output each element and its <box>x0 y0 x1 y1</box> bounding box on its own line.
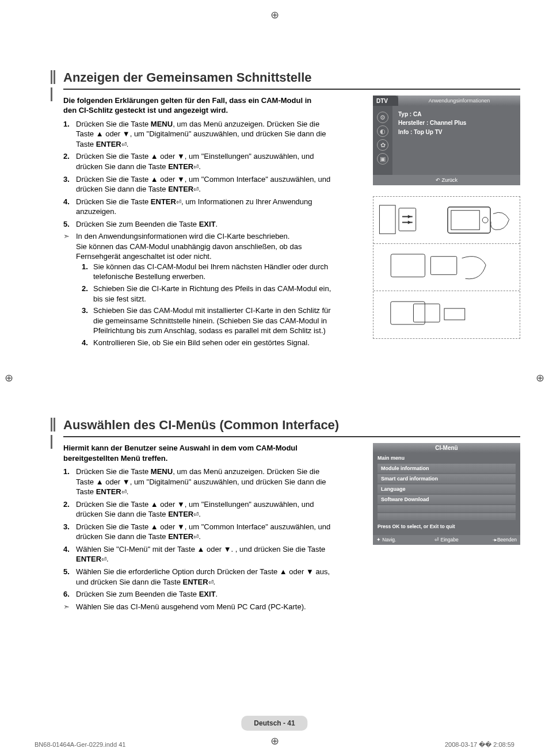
svg-rect-1 <box>399 208 416 231</box>
svg-rect-9 <box>444 308 465 320</box>
osd-app-info: DTV Anwendungsinformationen ⚙ ◐ ✿ ▣ Typ … <box>373 96 520 185</box>
section2-heading: Auswählen des CI-Menüs (Common Interface… <box>63 417 520 437</box>
substep-2: 2.Schieben Sie die CI-Karte in Richtung … <box>82 284 334 304</box>
step-number: 1. <box>63 119 76 150</box>
osd-sidebar-icon: ⚙ <box>377 112 388 123</box>
heading-ornament <box>51 70 59 84</box>
osd-sidebar-icon: ✿ <box>377 139 388 151</box>
step-text: Drücken Sie die Taste ▲ oder ▼, um "Eins… <box>76 151 334 171</box>
svg-rect-8 <box>413 304 440 322</box>
svg-rect-0 <box>379 205 395 234</box>
step-number: 5. <box>63 219 76 230</box>
osd-maker: Hersteller : Channel Plus <box>398 119 514 127</box>
step-text: Wählen Sie "CI-Menü" mit der Taste ▲ ode… <box>76 544 334 564</box>
note-icon: ➣ <box>63 231 76 262</box>
osd-footer: ↶ Zurück <box>373 175 520 185</box>
svg-rect-2 <box>448 207 490 232</box>
section2-body: Hiermit kann der Benutzer seine Auswahl … <box>63 443 520 612</box>
svg-rect-5 <box>391 254 425 277</box>
step-4: 4. Drücken Sie die Taste ENTER⏎, um Info… <box>63 197 334 217</box>
illustration-1 <box>373 197 520 244</box>
section2-note: ➣ Wählen Sie das CI-Menü ausgehend vom M… <box>63 602 506 612</box>
registration-mark-right: ⊕ <box>536 371 544 385</box>
meta-timestamp: 2008-03-17 �� 2:08:59 <box>445 740 514 749</box>
osd-ci-menu: CI-Menü Main menu Module information Sma… <box>373 443 520 545</box>
svg-rect-6 <box>430 256 456 274</box>
step-number: 2. <box>63 151 76 171</box>
step-2: 2. Drücken Sie die Taste ▲ oder ▼, um "E… <box>63 151 334 171</box>
section1-heading: Anzeigen der Gemeinsamen Schnittstelle <box>63 69 520 90</box>
enter-icon: ⏎ <box>193 163 199 171</box>
ci-menu-footer: ✦ Navig. ⏎ Eingabe -▸Beenden <box>373 535 520 545</box>
osd-header: DTV Anwendungsinformationen <box>373 96 520 106</box>
ci-menu-exit: -▸Beenden <box>470 537 517 543</box>
step-6: 6. Drücken Sie zum Beenden die Taste EXI… <box>63 589 334 600</box>
page-footer-badge: Deutsch - 41 <box>241 716 307 731</box>
section-ci-menu-select: Auswählen des CI-Menüs (Common Interface… <box>63 417 520 612</box>
section1-body: Die folgenden Erklärungen gelten für den… <box>63 96 520 348</box>
ci-menu-hint: Press OK to select, or Exit to quit <box>373 521 520 534</box>
section1-intro: Die folgenden Erklärungen gelten für den… <box>63 96 317 116</box>
step-3: 3. Drücken Sie die Taste ▲ oder ▼, um "C… <box>63 174 334 194</box>
svg-rect-3 <box>451 210 479 230</box>
ci-menu-nav: ✦ Navig. <box>376 537 423 543</box>
ci-menu-enter: ⏎ Eingabe <box>423 537 470 543</box>
step-4: 4. Wählen Sie "CI-Menü" mit der Taste ▲ … <box>63 544 334 564</box>
section-common-interface-display: Anzeigen der Gemeinsamen Schnittstelle D… <box>63 69 520 348</box>
note-p1: In den Anwendungsinformationen wird die … <box>76 231 334 242</box>
note-text: Wählen Sie das CI-Menü ausgehend vom Men… <box>76 602 306 612</box>
enter-icon: ⏎ <box>121 488 127 497</box>
page-content: Anzeigen der Gemeinsamen Schnittstelle D… <box>29 40 520 733</box>
step-1: 1. Drücken Sie die Taste MENU, um das Me… <box>63 467 334 497</box>
step-5: 5. Wählen Sie die erforderliche Option d… <box>63 567 334 587</box>
step-text: Drücken Sie die Taste ▲ oder ▼, um "Comm… <box>76 522 334 542</box>
step-number: 4. <box>63 197 76 217</box>
illustration-3 <box>373 291 520 338</box>
note-p2: Sie können das CAM-Modul unabhängig davo… <box>76 242 334 262</box>
substep-4: 4.Kontrollieren Sie, ob Sie ein Bild seh… <box>82 338 334 348</box>
step-text: Drücken Sie zum Beenden die Taste EXIT. <box>76 219 218 230</box>
heading-ornament <box>51 418 59 432</box>
page-meta: BN68-01464A-Ger-0229.indd 41 2008-03-17 … <box>35 740 514 749</box>
section2-steps: 1. Drücken Sie die Taste MENU, um das Me… <box>63 467 334 600</box>
ci-menu-item: Software Download <box>378 495 516 504</box>
step-text: Drücken Sie die Taste MENU, um das Menü … <box>76 119 334 150</box>
note-icon: ➣ <box>63 602 76 612</box>
meta-filename: BN68-01464A-Ger-0229.indd 41 <box>35 740 125 749</box>
osd-type: Typ : CA <box>398 110 514 119</box>
note-body: In den Anwendungsinformationen wird die … <box>76 231 334 262</box>
step-text: Drücken Sie die Taste ENTER⏎, um Informa… <box>76 197 334 217</box>
ci-menu-header: CI-Menü <box>373 443 520 453</box>
step-number: 3. <box>63 174 76 194</box>
enter-icon: ⏎ <box>193 185 199 194</box>
step-text: Drücken Sie die Taste ▲ oder ▼, um "Eins… <box>76 499 334 520</box>
svg-rect-7 <box>391 301 425 324</box>
svg-point-4 <box>482 217 488 223</box>
enter-icon: ⏎ <box>101 555 106 564</box>
step-text: Drücken Sie die Taste MENU, um das Menü … <box>76 467 334 497</box>
registration-mark-top: ⊕ <box>270 8 279 22</box>
osd-content: Typ : CA Hersteller : Channel Plus Info … <box>392 106 520 175</box>
osd-sidebar: ⚙ ◐ ✿ ▣ <box>373 106 392 175</box>
step-text: Drücken Sie die Taste ▲ oder ▼, um "Comm… <box>76 174 334 194</box>
enter-icon: ⏎ <box>193 533 199 541</box>
section1-heading-text: Anzeigen der Gemeinsamen Schnittstelle <box>63 70 312 85</box>
ci-menu-blank <box>378 505 516 512</box>
step-5: 5. Drücken Sie zum Beenden die Taste EXI… <box>63 219 334 230</box>
section1-steps: 1. Drücken Sie die Taste MENU, um das Me… <box>63 119 334 229</box>
osd-body: ⚙ ◐ ✿ ▣ Typ : CA Hersteller : Channel Pl… <box>373 106 520 175</box>
step-2: 2. Drücken Sie die Taste ▲ oder ▼, um "E… <box>63 499 334 520</box>
step-3: 3. Drücken Sie die Taste ▲ oder ▼, um "C… <box>63 522 334 542</box>
ci-menu-blank <box>378 513 516 520</box>
ci-menu-mainmenu: Main menu <box>373 453 520 463</box>
ci-menu-item: Module information <box>378 464 516 473</box>
ci-menu-item: Smart card information <box>378 474 516 483</box>
enter-icon: ⏎ <box>193 510 199 519</box>
step-text: Drücken Sie zum Beenden die Taste EXIT. <box>76 589 218 600</box>
section2-intro: Hiermit kann der Benutzer seine Auswahl … <box>63 443 317 463</box>
osd-tab-dtv: DTV <box>373 96 398 106</box>
section1-substeps: 1.Sie können das CI-CAM-Modul bei Ihrem … <box>63 262 334 348</box>
osd-sidebar-icon: ◐ <box>377 125 388 137</box>
enter-icon: ⏎ <box>208 578 214 587</box>
ci-card-illustrations <box>373 196 520 339</box>
